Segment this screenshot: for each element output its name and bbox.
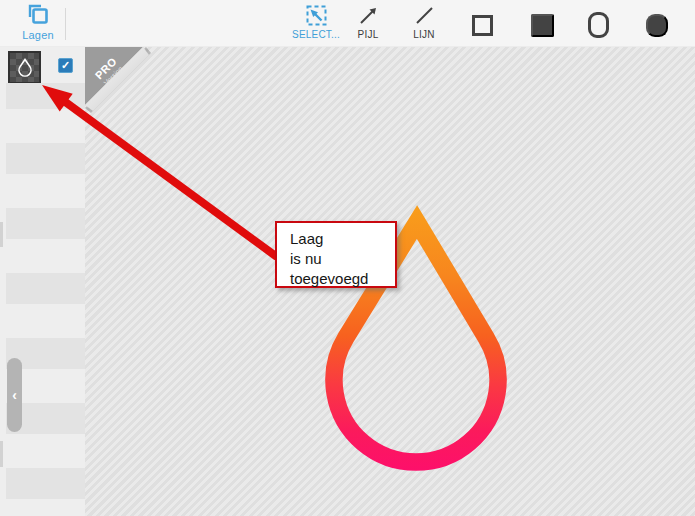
square-outline-icon[interactable] <box>472 15 493 36</box>
select-cursor-icon <box>305 3 328 27</box>
layer-visibility-checkbox[interactable]: ✓ <box>58 58 73 73</box>
pro-version-badge: PRO Version <box>85 47 155 117</box>
layers-button[interactable]: Lagen <box>12 3 64 45</box>
edge-mark <box>0 441 3 467</box>
toolbar-separator <box>65 8 66 40</box>
layer-slot <box>6 83 85 109</box>
annotation-line: Laag <box>290 229 391 249</box>
annotation-line: toegevoegd <box>290 269 391 289</box>
layers-panel: ✓ ‹ <box>0 47 85 516</box>
layer-slot <box>6 468 85 499</box>
layer-slot <box>6 273 85 304</box>
edge-mark <box>0 222 3 247</box>
chevron-left-icon: ‹ <box>12 387 17 403</box>
annotation-text-box: Laag is nu toegevoegd <box>275 221 397 288</box>
layers-button-label: Lagen <box>22 29 54 41</box>
layer-thumbnail[interactable] <box>8 51 41 84</box>
check-icon: ✓ <box>61 59 70 72</box>
circle-filled-icon[interactable] <box>646 14 668 37</box>
square-filled-icon[interactable] <box>531 14 554 37</box>
line-icon <box>413 3 436 27</box>
tool-select-button[interactable]: SELECT... <box>290 3 342 45</box>
tool-arrow-button[interactable]: PIJL <box>346 3 390 45</box>
tool-line-button[interactable]: LIJN <box>402 3 446 45</box>
arrow-icon <box>357 3 380 27</box>
droplet-icon <box>13 56 37 80</box>
layers-icon <box>26 3 50 27</box>
toolbar: Lagen SELECT... PIJL LIJN <box>0 0 695 47</box>
layer-slot <box>6 143 85 174</box>
tool-arrow-label: PIJL <box>358 29 379 40</box>
panel-collapse-handle[interactable]: ‹ <box>7 358 22 432</box>
tool-select-label: SELECT... <box>292 29 340 40</box>
layer-slot <box>6 208 85 239</box>
annotation-line: is nu <box>290 249 391 269</box>
circle-outline-icon[interactable] <box>588 12 609 38</box>
tool-line-label: LIJN <box>413 29 434 40</box>
